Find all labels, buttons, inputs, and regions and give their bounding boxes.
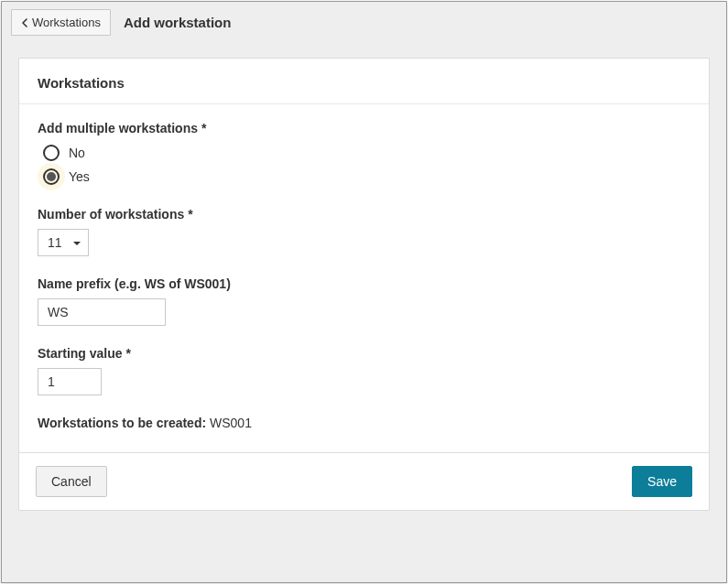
summary-line: Workstations to be created: WS001 xyxy=(38,416,690,430)
radio-icon xyxy=(43,168,60,185)
radio-no-label: No xyxy=(69,146,85,160)
cancel-button[interactable]: Cancel xyxy=(36,466,107,497)
radio-icon xyxy=(43,145,60,161)
radio-yes-label: Yes xyxy=(69,169,90,184)
back-to-workstations-button[interactable]: Workstations xyxy=(11,9,111,36)
field-add-multiple: Add multiple workstations * No Yes xyxy=(38,121,690,187)
starting-value-label: Starting value * xyxy=(38,346,690,361)
starting-value-input[interactable] xyxy=(38,368,102,395)
summary-value: WS001 xyxy=(210,416,252,430)
field-name-prefix: Name prefix (e.g. WS of WS001) xyxy=(38,276,690,326)
back-button-label: Workstations xyxy=(32,16,101,29)
radio-selected-icon xyxy=(47,172,56,181)
workstations-panel: Workstations Add multiple workstations *… xyxy=(18,58,710,453)
radio-no[interactable]: No xyxy=(43,143,690,163)
number-of-workstations-select[interactable]: 11 xyxy=(38,229,89,256)
add-multiple-label: Add multiple workstations * xyxy=(38,121,690,135)
save-button[interactable]: Save xyxy=(632,466,692,497)
name-prefix-label: Name prefix (e.g. WS of WS001) xyxy=(38,276,690,291)
chevron-left-icon xyxy=(21,18,28,27)
field-number-of-workstations: Number of workstations * 11 xyxy=(38,207,690,256)
name-prefix-input[interactable] xyxy=(38,298,166,326)
panel-header: Workstations xyxy=(19,59,709,104)
radio-yes[interactable]: Yes xyxy=(43,167,690,187)
panel-title: Workstations xyxy=(38,75,690,91)
field-starting-value: Starting value * xyxy=(38,346,690,395)
topbar: Workstations Add workstation xyxy=(2,2,726,45)
form-footer: Cancel Save xyxy=(18,453,710,511)
summary-label: Workstations to be created: xyxy=(38,416,210,430)
page-title: Add workstation xyxy=(124,15,232,30)
number-of-workstations-label: Number of workstations * xyxy=(38,207,690,222)
